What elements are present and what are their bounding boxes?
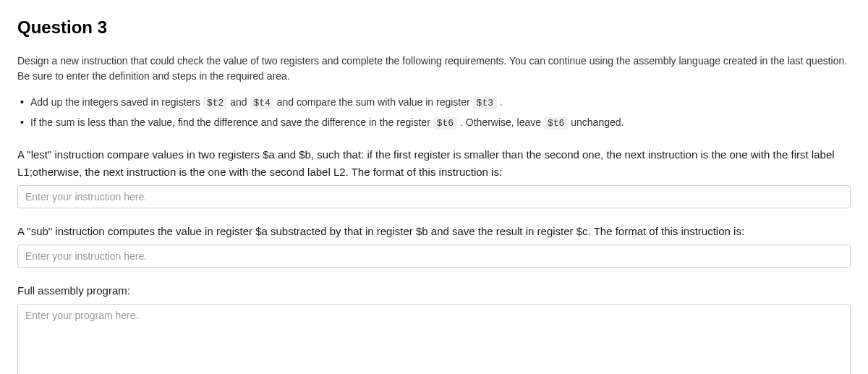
sub-instruction-prompt: A "sub" instruction computes the value i…	[17, 223, 851, 240]
list-item: Add up the integers saved in registers $…	[30, 94, 851, 111]
full-program-prompt: Full assembly program:	[17, 282, 851, 299]
sub-instruction-input[interactable]	[17, 245, 851, 268]
code-register: $t6	[433, 117, 457, 129]
question-description: Design a new instruction that could chec…	[17, 54, 851, 84]
lest-instruction-prompt: A "lest" instruction compare values in t…	[17, 146, 851, 181]
code-register: $t6	[544, 117, 568, 129]
list-item: If the sum is less than the value, find …	[30, 114, 851, 132]
question-title: Question 3	[17, 14, 851, 41]
code-register: $t2	[203, 97, 227, 109]
lest-instruction-input[interactable]	[17, 185, 851, 208]
code-register: $t3	[473, 97, 497, 109]
full-program-textarea[interactable]	[17, 304, 851, 374]
requirements-list: Add up the integers saved in registers $…	[17, 94, 851, 132]
code-register: $t4	[250, 97, 273, 109]
